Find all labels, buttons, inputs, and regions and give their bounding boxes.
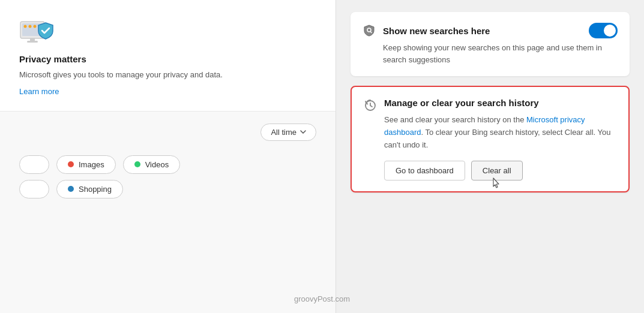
toggle-thumb [604, 25, 616, 37]
all-time-button[interactable]: All time [260, 124, 316, 141]
chip-videos[interactable]: Videos [123, 155, 181, 174]
manage-history-content: Manage or clear your search history See … [384, 98, 616, 180]
learn-more-link[interactable]: Learn more [19, 87, 59, 96]
privacy-dashboard-link[interactable]: Microsoft privacy dashboard [384, 115, 585, 137]
svg-rect-3 [27, 41, 38, 43]
show-searches-toggle[interactable] [589, 23, 618, 38]
privacy-desc: Microsoft gives you tools to manage your… [19, 69, 316, 81]
left-panel: Privacy matters Microsoft gives you tool… [0, 0, 336, 313]
svg-point-5 [29, 25, 32, 28]
images-label: Images [79, 160, 104, 169]
privacy-icon [19, 17, 58, 46]
show-searches-card: Show new searches here Keep showing your… [351, 12, 630, 76]
chip-empty-1[interactable] [19, 155, 49, 174]
chip-images[interactable]: Images [56, 155, 116, 174]
chevron-down-icon [300, 130, 306, 134]
cursor-icon [491, 177, 503, 191]
chip-empty-2[interactable] [19, 180, 49, 198]
show-searches-desc: Keep showing your new searches on this p… [383, 42, 618, 65]
videos-dot [134, 161, 140, 167]
manage-history-desc: See and clear your search history on the… [384, 114, 616, 151]
svg-point-6 [34, 25, 37, 28]
videos-label: Videos [145, 160, 169, 169]
manage-history-card: Manage or clear your search history See … [351, 86, 630, 192]
go-to-dashboard-button[interactable]: Go to dashboard [384, 161, 465, 180]
chip-shopping[interactable]: Shopping [56, 180, 123, 198]
chip-row-2: Shopping [19, 180, 316, 198]
chip-row-1: Images Videos [19, 155, 316, 174]
action-buttons: Go to dashboard Clear all [384, 161, 616, 180]
shield-search-icon [363, 24, 376, 40]
shopping-label: Shopping [79, 185, 112, 194]
show-searches-header: Show new searches here [383, 23, 618, 38]
images-dot [68, 161, 74, 167]
left-lower: All time Images Videos [0, 112, 336, 314]
svg-point-4 [24, 25, 27, 28]
show-searches-content: Show new searches here Keep showing your… [383, 23, 618, 65]
privacy-card: Privacy matters Microsoft gives you tool… [0, 0, 336, 112]
toggle-track [589, 23, 618, 38]
shopping-dot [68, 186, 74, 192]
filter-chips: Images Videos Shopping [19, 155, 316, 198]
privacy-title: Privacy matters [19, 54, 316, 64]
all-time-label: All time [271, 128, 296, 137]
manage-history-title: Manage or clear your search history [384, 98, 616, 108]
clear-all-wrapper: Clear all [471, 161, 523, 180]
history-icon [364, 99, 377, 115]
show-searches-title: Show new searches here [383, 26, 490, 36]
right-panel: Show new searches here Keep showing your… [336, 0, 644, 313]
